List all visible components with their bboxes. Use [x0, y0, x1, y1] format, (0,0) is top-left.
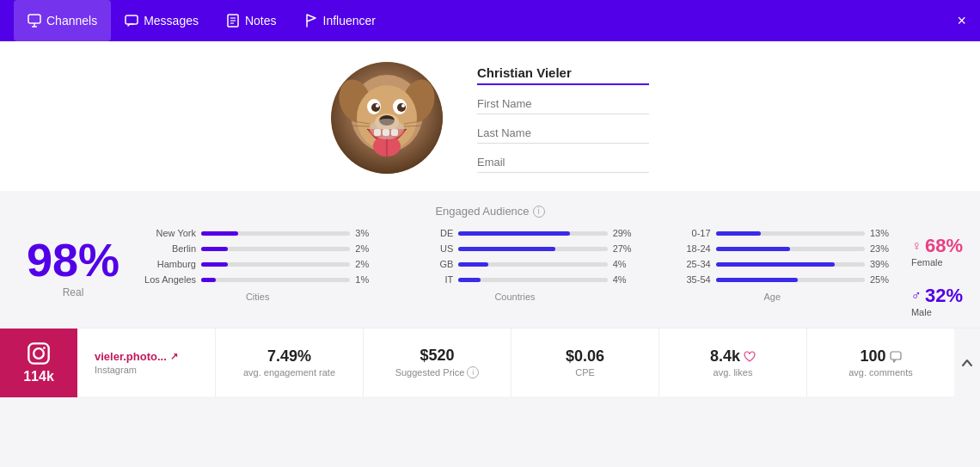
comment-icon	[890, 351, 902, 363]
nav-channels[interactable]: Channels	[14, 0, 111, 41]
avg-comments-value: 100	[860, 347, 901, 366]
engagement-rate-metric: 7.49% avg. engagement rate	[215, 329, 363, 397]
male-stat: ♂ 32% Male	[911, 285, 963, 317]
stats-section: Engaged Audience i 98% Real New York3%Be…	[0, 191, 980, 328]
profile-link-section: vieler.photo... ↗ Instagram	[77, 350, 215, 375]
gender-column: ♀ 68% Female ♂ 32% Male	[901, 228, 963, 317]
info-icon[interactable]: i	[533, 206, 545, 218]
suggested-price-label: Suggested Price i	[395, 366, 480, 378]
last-name-input[interactable]	[477, 126, 649, 144]
avg-likes-metric: 8.4k avg. likes	[658, 329, 806, 397]
bar-row: Los Angeles1%	[136, 274, 379, 285]
first-name-input[interactable]	[477, 97, 649, 114]
countries-title: Countries	[393, 292, 636, 302]
bar-row: New York3%	[136, 228, 379, 238]
notes-icon	[226, 14, 240, 28]
bar-row: 0-1713%	[651, 228, 894, 238]
bar-fill	[201, 278, 216, 282]
profile-fields: Christian Vieler	[477, 62, 649, 173]
nav-influencer[interactable]: Influencer	[291, 0, 389, 41]
bar-fill	[458, 231, 570, 236]
cpe-metric: $0.06 CPE	[511, 329, 658, 397]
avatar	[331, 62, 443, 174]
bar-track	[716, 278, 865, 282]
svg-rect-35	[891, 352, 901, 359]
bar-label: Berlin	[136, 243, 196, 254]
chevron-up-icon	[961, 357, 973, 369]
bar-track	[458, 231, 607, 236]
engagement-rate-label: avg. engagement rate	[243, 367, 335, 378]
bar-track	[201, 262, 350, 267]
avg-comments-metric: 100 avg. comments	[806, 329, 954, 397]
bar-label: 18-24	[651, 243, 711, 254]
male-icon: ♂	[911, 288, 922, 304]
firstname-field-group	[477, 97, 649, 114]
bar-row: GB4%	[393, 259, 636, 269]
heart-icon	[744, 351, 756, 363]
bar-pct: 3%	[355, 228, 379, 238]
bar-track	[716, 231, 865, 236]
bar-row: 18-2423%	[651, 243, 894, 254]
suggested-info-icon[interactable]: i	[467, 366, 479, 378]
scroll-up-button[interactable]	[954, 329, 980, 397]
nav: Channels Messages Notes Influencer	[14, 0, 389, 41]
svg-point-16	[371, 103, 380, 112]
close-button[interactable]: ×	[957, 12, 966, 30]
suggested-price-value: $520	[420, 347, 454, 365]
bar-label: New York	[136, 228, 196, 238]
avg-likes-value: 8.4k	[710, 347, 756, 366]
bar-fill	[201, 247, 228, 251]
bar-fill	[716, 247, 791, 251]
bar-track	[458, 262, 607, 267]
engagement-rate-value: 7.49%	[267, 347, 311, 366]
engaged-audience-title: Engaged Audience i	[17, 205, 963, 218]
avatar-image	[331, 62, 443, 174]
bottom-bar: 114k vieler.photo... ↗ Instagram 7.49% a…	[0, 328, 980, 396]
svg-point-19	[401, 104, 405, 108]
bar-pct: 4%	[613, 259, 637, 269]
flag-icon	[304, 14, 318, 28]
name-field-group: Christian Vieler	[477, 65, 649, 85]
female-icon: ♀	[911, 238, 922, 254]
bar-label: Los Angeles	[136, 274, 196, 285]
profile-section: Christian Vieler	[0, 41, 980, 191]
bar-pct: 27%	[613, 243, 637, 254]
instagram-badge: 114k	[0, 329, 77, 397]
age-bars: 0-1713%18-2423%25-3439%35-5425%	[651, 228, 894, 285]
real-pct-value: 98%	[27, 237, 119, 283]
avg-likes-label: avg. likes	[714, 367, 753, 378]
instagram-icon	[27, 341, 51, 366]
email-input[interactable]	[477, 156, 649, 173]
avg-comments-label: avg. comments	[848, 367, 913, 378]
nav-notes[interactable]: Notes	[212, 0, 291, 41]
follower-count: 114k	[23, 369, 54, 384]
svg-point-17	[397, 103, 406, 112]
bar-row: DE29%	[393, 228, 636, 238]
lastname-field-group	[477, 126, 649, 144]
cities-bars: New York3%Berlin2%Hamburg2%Los Angeles1%	[136, 228, 379, 285]
countries-bars: DE29%US27%GB4%IT4%	[393, 228, 636, 285]
cities-column: New York3%Berlin2%Hamburg2%Los Angeles1%…	[129, 228, 386, 302]
profile-link[interactable]: vieler.photo... ↗	[95, 350, 198, 363]
bar-pct: 29%	[613, 228, 637, 238]
svg-point-34	[43, 347, 46, 349]
age-column: 0-1713%18-2423%25-3439%35-5425% Age	[644, 228, 901, 302]
bar-label: 0-17	[651, 228, 711, 238]
nav-messages[interactable]: Messages	[111, 0, 212, 41]
bar-row: Hamburg2%	[136, 259, 379, 269]
bar-fill	[201, 262, 228, 267]
male-label: Male	[911, 307, 932, 317]
svg-rect-3	[126, 15, 138, 24]
bar-pct: 2%	[355, 243, 379, 254]
bar-pct: 39%	[870, 259, 894, 269]
bar-pct: 25%	[870, 274, 894, 285]
female-pct: 68%	[925, 235, 963, 257]
countries-column: DE29%US27%GB4%IT4% Countries	[386, 228, 643, 302]
real-percentage: 98% Real	[17, 228, 129, 298]
female-stat: ♀ 68% Female	[911, 235, 963, 267]
bar-pct: 4%	[613, 274, 637, 285]
bar-label: GB	[393, 259, 453, 269]
bar-fill	[716, 262, 836, 267]
svg-point-31	[370, 119, 404, 139]
bar-row: 35-5425%	[651, 274, 894, 285]
